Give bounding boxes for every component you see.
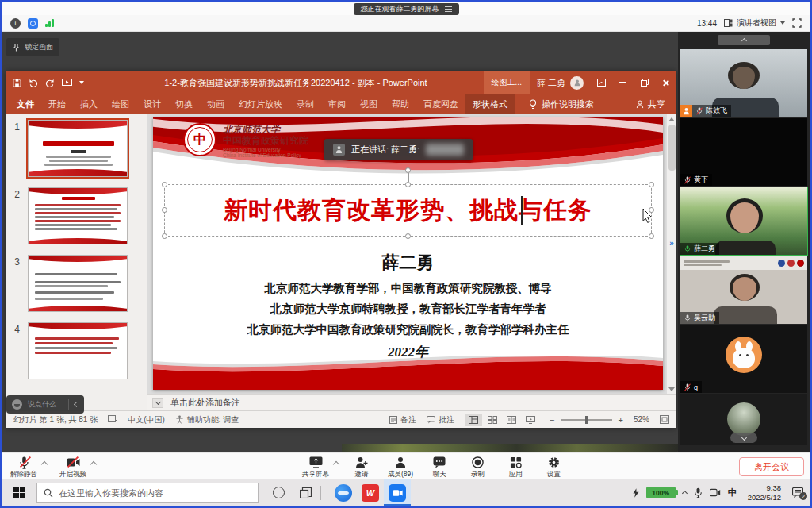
participant-video-6[interactable] <box>680 394 807 445</box>
slideshow-icon[interactable] <box>62 79 72 87</box>
cortana-icon[interactable] <box>273 487 285 498</box>
tray-camera-icon[interactable] <box>710 488 721 497</box>
slide-3-thumbnail[interactable] <box>28 255 128 312</box>
slide-sorter-view-button[interactable] <box>484 414 501 426</box>
thumbnail-row-1[interactable]: 1 <box>6 120 147 177</box>
menu-icon[interactable] <box>445 6 452 12</box>
settings-button[interactable]: 设置 <box>542 456 565 479</box>
network-signal-icon[interactable] <box>45 19 54 27</box>
view-mode-selector[interactable]: 演讲者视图 <box>724 17 785 29</box>
members-button[interactable]: 成员(89) <box>388 456 413 479</box>
resize-handle[interactable] <box>649 233 654 239</box>
save-icon[interactable] <box>13 79 21 87</box>
thumbnail-row-3[interactable]: 3 <box>6 255 147 312</box>
zoom-out-button[interactable]: − <box>550 415 554 425</box>
tab-transitions[interactable]: 切换 <box>168 94 200 114</box>
minimize-button[interactable] <box>612 71 634 94</box>
resize-handle[interactable] <box>649 207 654 213</box>
invite-button[interactable]: 邀请 <box>350 456 373 479</box>
fit-to-window-icon[interactable] <box>660 415 669 424</box>
resize-handle[interactable] <box>162 207 167 213</box>
participant-video-1[interactable]: 陈效飞 <box>680 49 807 117</box>
emoji-icon[interactable] <box>12 399 22 410</box>
rotate-handle[interactable] <box>405 167 411 173</box>
notes-toggle-button[interactable]: 备注 <box>389 414 416 425</box>
info-icon[interactable]: i <box>10 18 21 29</box>
search-input[interactable] <box>59 488 251 498</box>
collapse-left-icon[interactable] <box>73 402 79 407</box>
camera-options-chevron[interactable] <box>90 461 97 468</box>
customize-qat-icon[interactable] <box>79 81 84 84</box>
tab-baidu-netdisk[interactable]: 百度网盘 <box>416 94 465 114</box>
zoom-percentage[interactable]: 52% <box>634 415 649 424</box>
zoom-control[interactable]: − + <box>550 415 623 425</box>
notes-pane[interactable]: 单击此处添加备注 <box>147 394 676 410</box>
mic-options-chevron[interactable] <box>41 461 48 468</box>
tab-file[interactable]: 文件 <box>10 94 41 114</box>
security-icon[interactable] <box>28 18 38 29</box>
drawing-tools-header[interactable]: 绘图工... <box>484 71 530 94</box>
resize-handle[interactable] <box>162 233 167 239</box>
resize-handle[interactable] <box>405 182 411 187</box>
pin-view-button[interactable]: 锁定画面 <box>6 38 59 56</box>
sidebar-collapse-button[interactable] <box>718 35 770 45</box>
undo-icon[interactable] <box>29 79 38 87</box>
fullscreen-icon[interactable] <box>792 18 802 28</box>
tab-view[interactable]: 视图 <box>353 94 385 114</box>
quick-chat-pill[interactable]: 说点什么... <box>6 395 84 414</box>
browser-app-icon[interactable] <box>330 479 357 506</box>
share-screen-button[interactable]: 共享屏幕 <box>302 456 329 479</box>
language-indicator[interactable]: 中文(中国) <box>128 414 165 425</box>
participant-video-2[interactable]: 黄下 <box>680 118 807 186</box>
close-button[interactable] <box>655 71 676 94</box>
next-slide-chevron[interactable]: » <box>669 239 674 248</box>
slide-1-thumbnail[interactable] <box>28 120 128 177</box>
scroll-thumb[interactable] <box>668 125 676 171</box>
share-button[interactable]: 共享 <box>628 94 673 114</box>
zoom-slider-thumb[interactable] <box>585 416 588 424</box>
ime-indicator[interactable]: 中 <box>728 487 737 498</box>
share-banner-pill[interactable]: 您正在观看薛二勇的屏幕 <box>354 3 459 15</box>
thumbnail-row-2[interactable]: 2 <box>6 187 147 244</box>
normal-view-button[interactable] <box>465 414 482 426</box>
notification-center-button[interactable]: 2 <box>792 487 803 498</box>
task-view-icon[interactable] <box>300 487 312 498</box>
tab-record[interactable]: 录制 <box>289 94 321 114</box>
tab-help[interactable]: 帮助 <box>385 94 416 114</box>
leave-meeting-button[interactable]: 离开会议 <box>739 457 804 476</box>
start-button[interactable] <box>2 479 36 506</box>
tray-expand-chevron[interactable] <box>682 491 688 496</box>
reading-view-button[interactable] <box>503 414 520 426</box>
zoom-slider[interactable] <box>561 419 612 421</box>
scroll-more-participants[interactable] <box>730 433 757 443</box>
slide-4-thumbnail[interactable] <box>28 322 128 379</box>
thumbnail-row-4[interactable]: 4 <box>6 322 147 379</box>
tell-me-search[interactable]: 操作说明搜索 <box>523 94 600 114</box>
share-options-chevron[interactable] <box>333 461 339 468</box>
tab-insert[interactable]: 插入 <box>73 94 105 114</box>
scroll-up-icon[interactable] <box>668 117 675 121</box>
slide-scrollbar[interactable]: » <box>666 114 676 394</box>
slide-2-thumbnail[interactable] <box>28 187 128 244</box>
display-settings-icon[interactable] <box>108 415 117 424</box>
record-button[interactable]: 录制 <box>465 456 489 479</box>
title-text-box[interactable]: 新时代教育改革形势、挑战与任务 <box>164 184 652 237</box>
notes-collapse-button[interactable] <box>152 398 163 408</box>
chat-button[interactable]: 聊天 <box>427 456 451 479</box>
resize-handle[interactable] <box>405 233 411 239</box>
participant-video-5[interactable]: q <box>680 325 807 393</box>
apps-button[interactable]: 应用 <box>504 456 527 479</box>
slideshow-view-button[interactable] <box>522 414 539 426</box>
tab-home[interactable]: 开始 <box>41 94 73 114</box>
ribbon-display-button[interactable] <box>591 71 612 94</box>
taskbar-clock[interactable]: 9:38 2022/5/12 <box>748 483 781 502</box>
meeting-app-icon[interactable] <box>384 479 411 506</box>
start-video-button[interactable]: 开启视频 <box>59 456 86 479</box>
tab-animations[interactable]: 动画 <box>200 94 232 114</box>
resize-handle[interactable] <box>162 182 167 187</box>
tab-slideshow[interactable]: 幻灯片放映 <box>232 94 289 114</box>
tab-review[interactable]: 审阅 <box>321 94 353 114</box>
tab-shape-format[interactable]: 形状格式 <box>465 94 515 114</box>
resize-handle[interactable] <box>649 182 654 187</box>
account-button[interactable]: 薛 二勇 <box>530 76 591 90</box>
